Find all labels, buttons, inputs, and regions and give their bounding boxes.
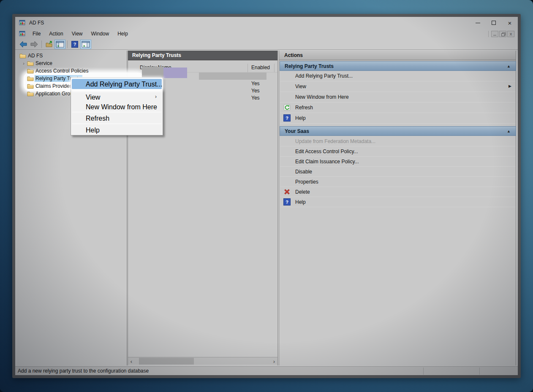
action-help[interactable]: ? Help [280,197,516,207]
minimize-icon [476,23,480,23]
show-console-tree-button[interactable] [54,40,65,49]
menu-action[interactable]: Action [45,30,67,38]
toolbar-separator [67,41,68,48]
forward-button[interactable] [29,40,40,49]
expand-chevron-icon[interactable]: › [20,61,27,66]
scroll-left-icon[interactable]: ‹ [128,357,135,365]
results-panel-title-text: Relying Party Trusts [132,52,181,58]
section-title: Relying Party Trusts [285,63,334,69]
tree-item-label: Access Control Policies [35,68,88,74]
window-title: AD FS [29,20,44,26]
forward-icon [30,41,38,48]
action-add-relying-party-trust[interactable]: Add Relying Party Trust... [280,71,516,81]
menu-separator [72,124,161,124]
context-new-window-from-here[interactable]: New Window from Here [72,102,162,111]
action-new-window-from-here[interactable]: New Window from Here [280,92,516,103]
tree-item-access-control-policies[interactable]: Access Control Policies [17,67,127,75]
menubar: File Action View Window Help x [15,29,518,39]
close-icon: × [508,20,512,26]
close-button[interactable]: × [502,17,518,29]
toolbar-help-button[interactable]: ? [69,40,80,49]
submenu-arrow-icon: ▶ [509,84,511,88]
show-action-pane-button[interactable] [80,40,91,49]
column-divider [247,64,248,72]
action-update-from-federation-metadata: Update from Federation Metadata... [280,136,516,146]
action-edit-claim-issuance-policy[interactable]: Edit Claim Issuance Policy... [280,157,516,167]
scrollbar-thumb[interactable] [139,358,194,365]
toolbar-separator [41,41,42,48]
action-help[interactable]: ? Help [280,113,516,124]
redaction-strip [199,73,266,80]
menu-help[interactable]: Help [113,30,132,38]
row-enabled-value: Yes [251,81,260,87]
folder-icon [27,68,34,74]
section-relying-party-trusts[interactable]: Relying Party Trusts ▲ [280,61,516,71]
maximize-icon [492,21,496,25]
menu-file[interactable]: File [28,30,45,38]
export-list-button[interactable] [44,40,54,49]
help-icon: ? [283,114,291,122]
mdi-close-button[interactable]: x [507,31,514,37]
action-refresh[interactable]: Refresh [280,103,516,113]
action-properties[interactable]: Properties [280,177,516,187]
section-your-saas[interactable]: Your Saas ▲ [280,126,516,136]
menu-separator [72,91,161,91]
refresh-icon [283,104,291,111]
mdi-minimize-button[interactable] [491,31,498,37]
menu-view[interactable]: View [68,30,87,38]
actions-title: Actions [279,51,516,60]
column-enabled[interactable]: Enabled [251,65,270,70]
context-refresh[interactable]: Refresh [72,113,162,123]
show-action-pane-icon [82,41,90,48]
horizontal-scrollbar[interactable]: ‹ › [128,357,277,365]
back-icon [19,41,27,48]
results-panel-title: Relying Party Trusts [128,51,277,60]
status-text: Add a new relying party trust to the con… [18,368,149,374]
context-add-relying-party-trust[interactable]: Add Relying Party Trust... [72,79,162,89]
tree-item-adfs[interactable]: AD FS [17,52,127,59]
statusbar-divider [479,368,480,375]
mdi-minimize-icon [493,35,496,35]
redaction-box-gray [142,67,164,77]
mdi-controls: x [488,31,514,37]
toolbar: ? [15,39,518,50]
submenu-chevron-icon: › [155,94,157,100]
collapse-icon[interactable]: ▲ [507,64,511,68]
help-icon: ? [283,198,291,205]
delete-icon [283,188,291,195]
export-icon [46,41,52,47]
folder-icon [19,53,26,59]
mdi-close-icon: x [509,32,512,36]
app-icon [19,19,26,26]
action-delete[interactable]: Delete [280,187,516,197]
context-help[interactable]: Help [72,125,162,135]
tree-item-label: AD FS [28,53,43,59]
actions-panel: Actions Relying Party Trusts ▲ Add Relyi… [279,51,516,365]
menu-window[interactable]: Window [87,30,114,38]
folder-icon [27,91,34,97]
folder-icon [27,60,34,67]
back-button[interactable] [18,40,29,49]
context-view[interactable]: View › [72,92,162,102]
titlebar: AD FS × [15,17,518,29]
action-edit-access-control-policy[interactable]: Edit Access Control Policy... [280,146,516,157]
minimize-button[interactable] [470,17,486,29]
statusbar-divider [423,368,424,375]
column-divider [274,64,275,72]
help-icon: ? [71,41,78,48]
desktop-background: AD FS × File Action View Window Help x [0,0,533,392]
show-console-tree-icon [56,41,64,48]
mdi-restore-icon [501,32,505,35]
console-icon [19,30,26,37]
section-title: Your Saas [285,128,309,134]
tree-item-service[interactable]: › Service [17,59,127,67]
maximize-button[interactable] [486,17,502,29]
row-enabled-value: Yes [251,95,260,101]
mdi-restore-button[interactable] [499,31,506,37]
action-view[interactable]: View ▶ [280,81,516,92]
action-disable[interactable]: Disable [280,167,516,177]
folder-icon [27,76,34,82]
collapse-icon[interactable]: ▲ [507,129,511,133]
statusbar: Add a new relying party trust to the con… [15,366,518,375]
scroll-right-icon[interactable]: › [271,357,277,365]
